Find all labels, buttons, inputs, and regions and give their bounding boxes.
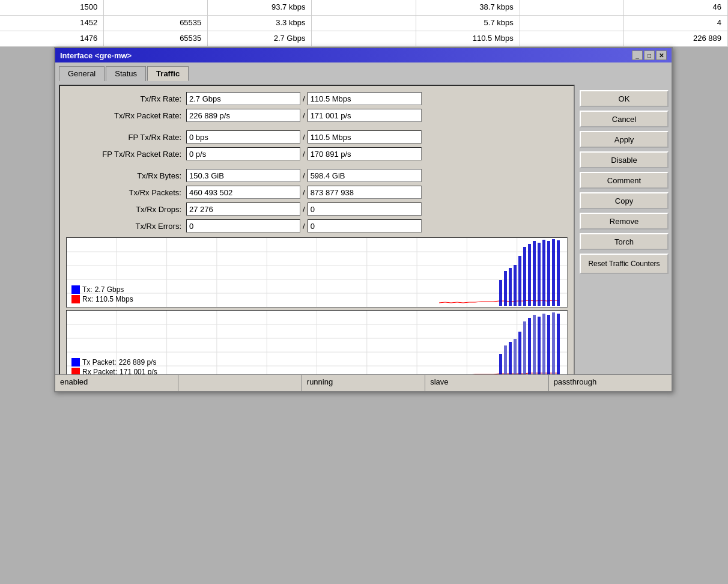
bg-row-3: 1476 65535 2.7 Gbps 110.5 Mbps 226 889 (0, 31, 728, 47)
separator: / (300, 205, 308, 214)
dialog-titlebar: Interface <gre-mw> _ □ ✕ (55, 48, 672, 62)
interface-dialog: Interface <gre-mw> _ □ ✕ General Status … (54, 47, 673, 392)
svg-rect-45 (528, 318, 531, 379)
tx-rx-rate-tx-input[interactable] (186, 92, 300, 105)
apply-button[interactable]: Apply (580, 131, 669, 148)
titlebar-buttons: _ □ ✕ (632, 50, 667, 60)
bg-cell: 110.5 Mbps (416, 31, 520, 46)
rate-chart-container: Tx: 2.7 Gbps Rx: 110.5 Mbps (66, 237, 568, 308)
tx-packet-color-swatch (71, 358, 80, 367)
tx-rx-packet-rate-label: Tx/Rx Packet Rate: (66, 111, 186, 120)
bg-cell: 38.7 kbps (416, 0, 520, 15)
background-rows: 1500 93.7 kbps 38.7 kbps 46 1452 65535 3… (0, 0, 728, 47)
bg-cell: 4 (624, 16, 728, 31)
minimize-button[interactable]: _ (632, 50, 643, 60)
tx-rx-packets-inputs: / (186, 186, 568, 199)
separator: / (300, 222, 308, 231)
fp-tx-rx-rate-inputs: / (186, 130, 568, 144)
tx-rx-bytes-label: Tx/Rx Bytes: (66, 171, 186, 180)
fp-tx-rx-packet-rate-inputs: / (186, 147, 568, 160)
svg-rect-46 (533, 315, 536, 379)
svg-rect-19 (528, 244, 531, 306)
tx-rx-rate-rx-input[interactable] (308, 92, 422, 105)
reset-traffic-counters-button[interactable]: Reset Traffic Counters (580, 254, 669, 274)
cancel-button[interactable]: Cancel (580, 111, 669, 127)
fp-tx-rx-packet-rate-label: FP Tx/Rx Packet Rate: (66, 150, 186, 159)
svg-rect-25 (557, 240, 560, 306)
tx-rx-bytes-rx-input[interactable] (308, 169, 422, 182)
tx-rx-rate-inputs: / (186, 92, 568, 105)
svg-rect-44 (523, 321, 526, 379)
tx-rx-packet-rate-tx-input[interactable] (186, 109, 300, 122)
legend-rx-label: Rx: (82, 295, 93, 303)
fp-tx-rx-rate-rx-input[interactable] (308, 130, 422, 144)
svg-rect-40 (504, 345, 507, 379)
bg-cell: 226 889 (624, 31, 728, 46)
tx-rx-packets-tx-input[interactable] (186, 186, 300, 199)
svg-rect-18 (523, 247, 526, 306)
tx-rx-rate-row: Tx/Rx Rate: / (66, 92, 568, 105)
comment-button[interactable]: Comment (580, 172, 669, 189)
status-bar: enabled running slave passthrough (55, 374, 672, 391)
copy-button[interactable]: Copy (580, 192, 669, 209)
bg-cell: 3.3 kbps (208, 16, 312, 31)
tx-rx-bytes-tx-input[interactable] (186, 169, 300, 182)
rate-chart: Tx: 2.7 Gbps Rx: 110.5 Mbps (67, 238, 567, 307)
bg-cell: 65535 (104, 16, 208, 31)
legend-tx-label: Tx: (82, 285, 93, 294)
remove-button[interactable]: Remove (580, 213, 669, 230)
tab-traffic[interactable]: Traffic (147, 66, 189, 81)
tab-general[interactable]: General (59, 66, 105, 81)
svg-rect-15 (509, 268, 512, 306)
maximize-button[interactable]: □ (644, 50, 655, 60)
tx-rx-errors-rx-input[interactable] (308, 219, 422, 233)
legend-tx: Tx: 2.7 Gbps (71, 285, 133, 294)
bg-row-1: 1500 93.7 kbps 38.7 kbps 46 (0, 0, 728, 16)
tx-rx-bytes-row: Tx/Rx Bytes: / (66, 169, 568, 182)
tx-rx-packet-rate-rx-input[interactable] (308, 109, 422, 122)
right-panel: OK Cancel Apply Disable Comment Copy Rem… (575, 66, 668, 388)
separator: / (300, 171, 308, 180)
tx-rx-packets-rx-input[interactable] (308, 186, 422, 199)
form-area: Tx/Rx Rate: / Tx/Rx Packet Rate: / (59, 85, 575, 388)
tx-rx-errors-row: Tx/Rx Errors: / (66, 219, 568, 233)
tx-color-swatch (71, 285, 80, 294)
svg-rect-24 (552, 239, 555, 306)
bg-cell (520, 16, 624, 31)
separator: / (300, 111, 308, 120)
fp-tx-rx-rate-row: FP Tx/Rx Rate: / (66, 130, 568, 144)
bg-cell (520, 31, 624, 46)
tx-rx-errors-tx-input[interactable] (186, 219, 300, 233)
fp-tx-rx-rate-tx-input[interactable] (186, 130, 300, 144)
separator: / (300, 94, 308, 103)
tx-rx-drops-row: Tx/Rx Drops: / (66, 202, 568, 216)
tx-rx-drops-rx-input[interactable] (308, 202, 422, 216)
bg-cell (312, 0, 416, 15)
tx-rx-drops-label: Tx/Rx Drops: (66, 205, 186, 214)
ok-button[interactable]: OK (580, 90, 669, 107)
rate-chart-svg (67, 238, 567, 307)
bg-cell: 93.7 kbps (208, 0, 312, 15)
bg-cell: 5.7 kbps (416, 16, 520, 31)
bg-cell (104, 0, 208, 15)
fp-tx-rx-packet-rate-tx-input[interactable] (186, 147, 300, 160)
torch-button[interactable]: Torch (580, 233, 669, 250)
legend-tx-packet: Tx Packet: 226 889 p/s (71, 358, 157, 367)
status-enabled: enabled (55, 375, 178, 391)
status-passthrough: passthrough (549, 375, 672, 391)
svg-rect-13 (499, 280, 502, 306)
disable-button[interactable]: Disable (580, 151, 669, 168)
bg-cell: 2.7 Gbps (208, 31, 312, 46)
tab-status[interactable]: Status (106, 66, 146, 81)
left-panel: General Status Traffic Tx/Rx Rate: / (59, 66, 575, 388)
svg-rect-22 (542, 240, 545, 306)
legend-rx-value: 110.5 Mbps (96, 295, 133, 303)
fp-tx-rx-packet-rate-rx-input[interactable] (308, 147, 422, 160)
svg-rect-21 (538, 243, 541, 306)
tx-rx-packets-row: Tx/Rx Packets: / (66, 186, 568, 199)
tx-rx-drops-tx-input[interactable] (186, 202, 300, 216)
legend-rx: Rx: 110.5 Mbps (71, 295, 133, 303)
close-button[interactable]: ✕ (656, 50, 667, 60)
svg-rect-17 (518, 256, 521, 306)
svg-rect-48 (542, 314, 545, 379)
